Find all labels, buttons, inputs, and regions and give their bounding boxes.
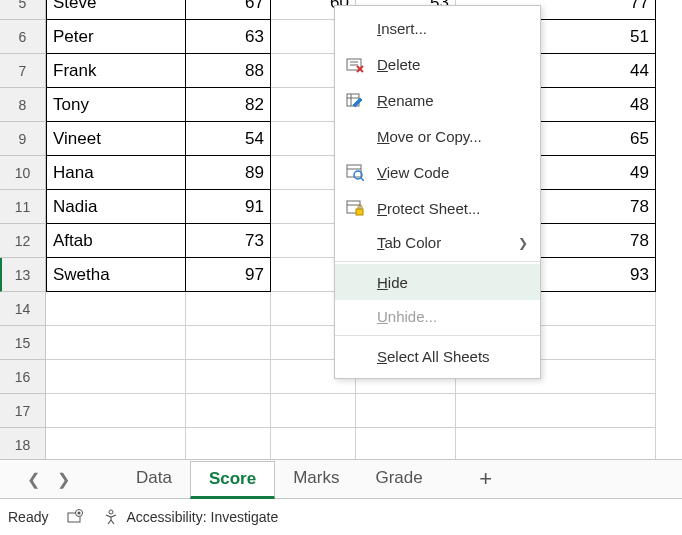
sheet-tabs-bar: ❮ ❯ Data Score Marks Grade + (0, 459, 682, 499)
empty-cell[interactable] (356, 394, 456, 428)
protect-icon (345, 198, 365, 218)
cell-value[interactable]: 82 (186, 88, 271, 122)
status-bar: Ready Accessibility: Investigate (0, 499, 682, 535)
menu-protect-sheet[interactable]: Protect Sheet... (335, 190, 540, 226)
cell-name[interactable]: Vineet (46, 122, 186, 156)
empty-cell[interactable] (186, 292, 271, 326)
row-header[interactable]: 7 (0, 54, 46, 88)
empty-cell[interactable] (46, 292, 186, 326)
cell-value[interactable]: 67 (186, 0, 271, 20)
row-header[interactable]: 11 (0, 190, 46, 224)
svg-line-9 (361, 178, 364, 181)
cell-name[interactable]: Tony (46, 88, 186, 122)
svg-point-16 (109, 510, 113, 514)
empty-cell[interactable] (271, 428, 356, 462)
empty-cell[interactable] (46, 428, 186, 462)
empty-cell[interactable] (46, 394, 186, 428)
status-macro[interactable] (66, 508, 84, 526)
sheet-tab-data[interactable]: Data (118, 460, 190, 498)
menu-unhide: Unhide... (335, 300, 540, 336)
sheet-tab-marks[interactable]: Marks (275, 460, 357, 498)
cell-value[interactable]: 73 (186, 224, 271, 258)
row-header[interactable]: 12 (0, 224, 46, 258)
empty-cell[interactable] (186, 326, 271, 360)
cell-value[interactable]: 89 (186, 156, 271, 190)
cell-name[interactable]: Hana (46, 156, 186, 190)
tab-nav-next[interactable]: ❯ (48, 460, 78, 498)
menu-select-all-sheets[interactable]: Select All Sheets (335, 338, 540, 374)
cell-value[interactable]: 97 (186, 258, 271, 292)
menu-rename[interactable]: Rename (335, 82, 540, 118)
view-code-icon (345, 162, 365, 182)
cell-name[interactable]: Aftab (46, 224, 186, 258)
row-header[interactable]: 14 (0, 292, 46, 326)
row-header[interactable]: 6 (0, 20, 46, 54)
empty-cell[interactable] (186, 394, 271, 428)
empty-cell[interactable] (46, 326, 186, 360)
row-header[interactable]: 15 (0, 326, 46, 360)
cell-name[interactable]: Swetha (46, 258, 186, 292)
menu-insert[interactable]: Insert... (335, 10, 540, 46)
sheet-tab-grade[interactable]: Grade (357, 460, 440, 498)
row-header[interactable]: 17 (0, 394, 46, 428)
cell-value[interactable]: 54 (186, 122, 271, 156)
record-macro-icon (66, 508, 84, 526)
chevron-right-icon: ❯ (518, 236, 528, 250)
tab-nav-prev[interactable]: ❮ (18, 460, 48, 498)
row-header[interactable]: 13 (0, 258, 46, 292)
cell-name[interactable]: Nadia (46, 190, 186, 224)
cell-name[interactable]: Peter (46, 20, 186, 54)
empty-cell[interactable] (186, 360, 271, 394)
menu-move-copy[interactable]: Move or Copy... (335, 118, 540, 154)
cell-name[interactable]: Frank (46, 54, 186, 88)
svg-rect-12 (356, 209, 363, 215)
menu-hide[interactable]: Hide (335, 264, 540, 300)
row-header[interactable]: 5 (0, 0, 46, 20)
status-ready: Ready (8, 509, 48, 525)
status-accessibility[interactable]: Accessibility: Investigate (102, 508, 278, 526)
empty-cell[interactable] (356, 428, 456, 462)
row-header[interactable]: 9 (0, 122, 46, 156)
cell-value[interactable]: 88 (186, 54, 271, 88)
add-sheet-button[interactable]: + (471, 466, 501, 492)
sheet-tab-score[interactable]: Score (190, 461, 275, 499)
cell-value[interactable]: 91 (186, 190, 271, 224)
menu-tab-color[interactable]: Tab Color ❯ (335, 226, 540, 262)
empty-cell[interactable] (456, 428, 656, 462)
empty-cell[interactable] (186, 428, 271, 462)
cell-value[interactable]: 63 (186, 20, 271, 54)
delete-sheet-icon (345, 54, 365, 74)
row-header[interactable]: 18 (0, 428, 46, 462)
empty-cell[interactable] (271, 394, 356, 428)
accessibility-icon (102, 508, 120, 526)
row-header[interactable]: 16 (0, 360, 46, 394)
row-header[interactable]: 10 (0, 156, 46, 190)
empty-cell[interactable] (46, 360, 186, 394)
cell-name[interactable]: Steve (46, 0, 186, 20)
menu-view-code[interactable]: View Code (335, 154, 540, 190)
spreadsheet-grid[interactable]: 5Steve676053776Peter63517Frank88448Tony8… (0, 0, 656, 462)
empty-cell[interactable] (456, 394, 656, 428)
svg-point-15 (78, 512, 81, 515)
row-header[interactable]: 8 (0, 88, 46, 122)
rename-icon (345, 90, 365, 110)
sheet-context-menu: Insert... Delete Rename Move or Copy... … (334, 5, 541, 379)
menu-delete[interactable]: Delete (335, 46, 540, 82)
